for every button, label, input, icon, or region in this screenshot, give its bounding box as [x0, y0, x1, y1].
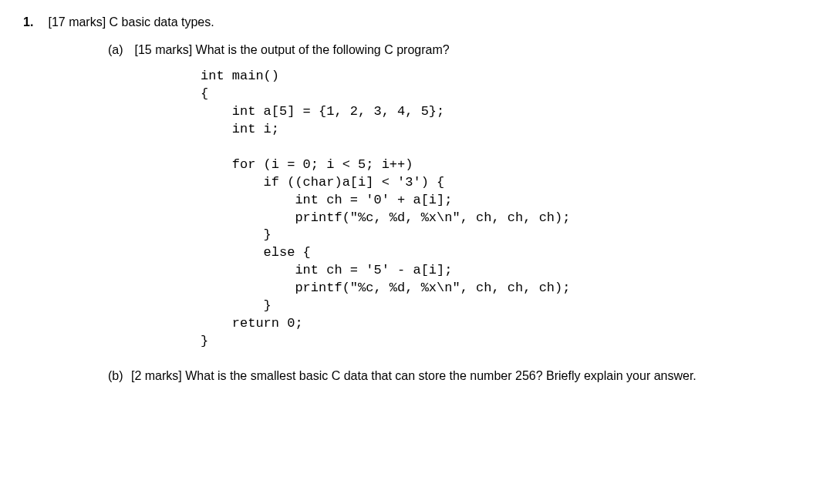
question-header: 1. [17 marks] C basic data types. [23, 15, 800, 29]
part-a-label: (a) [108, 43, 131, 57]
question-number: 1. [23, 15, 45, 29]
part-a: (a) [15 marks] What is the output of the… [108, 43, 800, 57]
question-title: [17 marks] C basic data types. [48, 15, 214, 29]
code-block: int main() { int a[5] = {1, 2, 3, 4, 5};… [201, 68, 800, 351]
part-b: (b) [2 marks] What is the smallest basic… [108, 369, 800, 383]
part-a-text: [15 marks] What is the output of the fol… [134, 43, 449, 56]
part-b-text: [2 marks] What is the smallest basic C d… [131, 369, 800, 383]
part-b-label: (b) [108, 369, 131, 383]
